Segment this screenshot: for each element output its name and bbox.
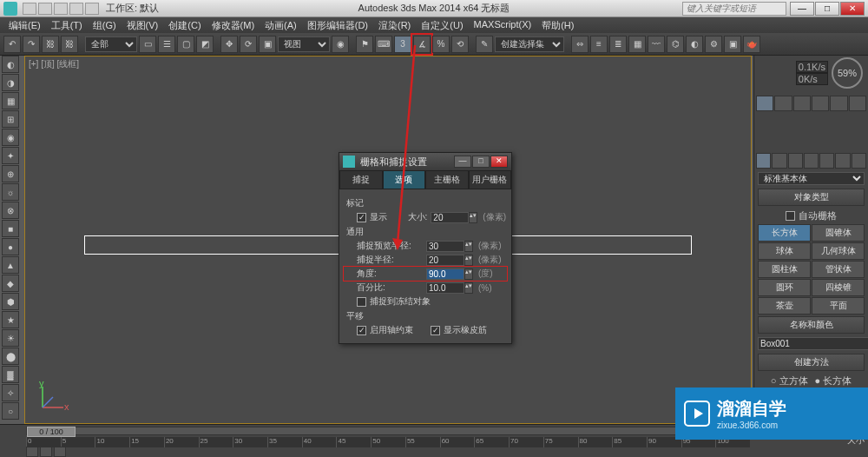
lt-btn-17[interactable]: ⬤ [2,348,19,365]
lt-btn-10[interactable]: ■ [2,220,19,237]
object-type-button[interactable]: 管状体 [812,261,865,278]
object-name-input[interactable] [758,337,868,350]
preview-radius-spinner[interactable]: ▴▾ [464,241,473,252]
menu-item[interactable]: 工具(T) [46,17,88,33]
minimize-button[interactable]: — [790,2,814,16]
maximize-button[interactable]: □ [815,2,839,16]
snap-toggle-icon[interactable]: 3 [394,36,411,53]
rotate-icon[interactable]: ⟳ [240,36,257,53]
object-type-button[interactable]: 四棱锥 [812,279,865,296]
object-type-button[interactable]: 圆柱体 [758,261,811,278]
display-tab[interactable] [830,96,847,111]
systems-tab[interactable] [852,153,866,169]
select-rect-icon[interactable]: ▢ [177,36,194,53]
curve-editor-icon[interactable]: 〰 [648,36,665,53]
menu-item[interactable]: 创建(C) [163,17,206,33]
schematic-icon[interactable]: ⌬ [667,36,684,53]
menu-item[interactable]: 帮助(H) [536,17,579,33]
object-type-button[interactable]: 圆环 [758,279,811,296]
rubber-band-checkbox[interactable]: ✓ [431,326,440,335]
status-icon-3[interactable] [54,447,66,457]
qat-open[interactable] [38,3,52,15]
lt-btn-19[interactable]: ✧ [2,384,19,401]
lt-btn-1[interactable]: ◐ [2,56,19,73]
object-type-button[interactable]: 茶壶 [758,297,811,315]
spacewarps-tab[interactable] [835,153,850,169]
object-type-button[interactable]: 圆锥体 [812,224,865,242]
material-editor-icon[interactable]: ◐ [686,36,703,53]
qat-redo[interactable] [85,3,99,15]
lt-btn-9[interactable]: ⊗ [2,202,19,219]
lt-btn-3[interactable]: ▦ [2,92,19,109]
workspace-label[interactable]: 工作区: 默认 [106,2,159,15]
scale-icon[interactable]: ▣ [259,36,276,53]
menu-item[interactable]: MAXScript(X) [469,17,537,33]
lt-btn-20[interactable]: ○ [2,402,19,420]
helpers-tab[interactable] [819,153,834,169]
qat-save[interactable] [54,3,68,15]
select-icon[interactable]: ▭ [139,36,156,53]
size-spinner[interactable]: ▴▾ [469,212,477,223]
timeline-ruler[interactable]: 0510152025303540455055606570758085909510… [26,437,750,447]
modify-tab[interactable] [774,96,792,111]
status-icon-2[interactable] [40,447,52,457]
lt-btn-15[interactable]: ★ [2,311,19,328]
motion-tab[interactable] [812,96,829,111]
hierarchy-tab[interactable] [793,96,811,111]
close-button[interactable]: ✕ [840,2,865,16]
object-type-button[interactable]: 平面 [812,297,865,315]
lt-btn-2[interactable]: ◑ [2,74,19,91]
dialog-titlebar[interactable]: 栅格和捕捉设置 — □ ✕ [339,153,511,170]
menu-item[interactable]: 视图(V) [122,17,164,33]
lt-btn-16[interactable]: ☀ [2,329,19,347]
lt-btn-4[interactable]: ⊞ [2,110,19,128]
snap-radius-input[interactable] [426,255,464,266]
graphite-icon[interactable]: ▦ [628,36,646,53]
manipulate-icon[interactable]: ⚑ [356,36,373,53]
axis-constraint-checkbox[interactable]: ✓ [357,326,366,335]
create-method-rollout-header[interactable]: 创建方法 [758,354,865,371]
cube-radio[interactable]: ○ 立方体 [771,374,808,387]
object-type-button[interactable]: 几何球体 [812,242,865,260]
freeze-snap-checkbox[interactable] [357,297,366,307]
keyboard-shortcut-icon[interactable]: ⌨ [375,36,392,53]
percent-input[interactable] [426,282,464,294]
cameras-tab[interactable] [804,153,819,169]
undo-icon[interactable]: ↶ [3,36,21,53]
window-crossing-icon[interactable]: ◩ [196,36,214,53]
lt-btn-12[interactable]: ▲ [2,256,19,274]
menu-item[interactable]: 修改器(M) [207,17,260,33]
angle-spinner[interactable]: ▴▾ [464,268,473,280]
time-slider-handle[interactable]: 0 / 100 [27,427,76,437]
lt-btn-14[interactable]: ⬢ [2,293,19,310]
dialog-tab[interactable]: 用户栅格 [469,170,512,189]
lt-btn-6[interactable]: ✦ [2,147,19,164]
qat-new[interactable] [23,3,36,15]
lt-btn-8[interactable]: ☼ [2,183,19,201]
dialog-minimize-button[interactable]: — [454,156,471,168]
menu-item[interactable]: 自定义(U) [416,17,468,33]
help-search-input[interactable] [682,2,786,16]
unlink-icon[interactable]: ⛓ [61,36,78,53]
status-icon-1[interactable] [26,447,38,457]
menu-item[interactable]: 组(G) [88,17,122,33]
menu-item[interactable]: 动画(A) [260,17,302,33]
dialog-close-button[interactable]: ✕ [490,156,508,168]
move-icon[interactable]: ✥ [220,36,238,53]
percent-snap-icon[interactable]: % [432,36,450,53]
geometry-category-dropdown[interactable]: 标准基本体 [758,172,865,185]
redo-icon[interactable]: ↷ [23,36,40,53]
time-slider[interactable]: 0 / 100 [26,427,750,435]
utilities-tab[interactable] [849,96,866,111]
render-frame-icon[interactable]: ▣ [724,36,741,53]
mirror-icon[interactable]: ⇔ [571,36,589,53]
viewport-label[interactable]: [+] [顶] [线框] [29,58,79,70]
object-type-rollout-header[interactable]: 对象类型 [758,189,865,206]
box-radio[interactable]: ● 长方体 [815,374,852,387]
auto-grid-checkbox[interactable] [786,211,795,221]
render-setup-icon[interactable]: ⚙ [705,36,722,53]
pivot-icon[interactable]: ◉ [332,36,349,53]
edit-named-sel-icon[interactable]: ✎ [476,36,493,53]
align-icon[interactable]: ≡ [590,36,608,53]
percent-spinner[interactable]: ▴▾ [464,282,473,294]
